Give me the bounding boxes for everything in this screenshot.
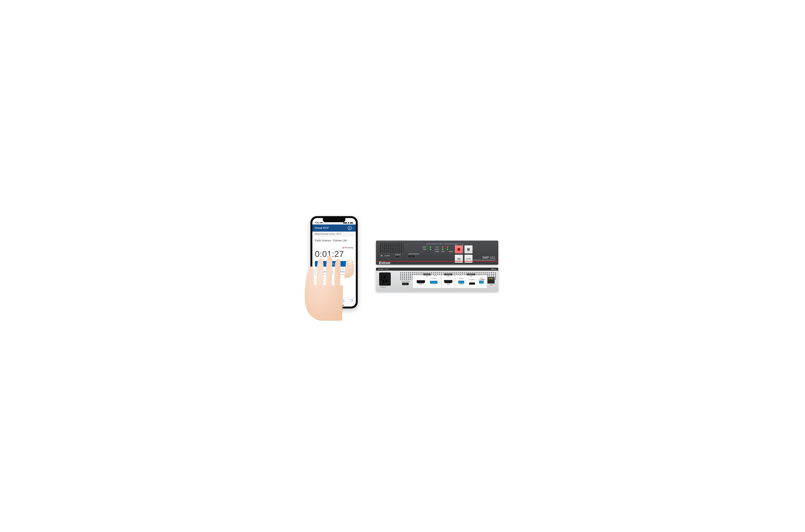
gear-icon xyxy=(381,254,383,257)
hdmi-output-port[interactable] xyxy=(444,280,452,283)
user-menu[interactable]: ⌄ xyxy=(348,226,354,230)
rear-usb-port[interactable] xyxy=(402,283,409,285)
ventilation-front xyxy=(379,243,404,252)
rear-usb-label: USB STORAGE xyxy=(401,281,410,282)
battery-icon: ▮▮▮ xyxy=(350,222,353,224)
brand-logo: Extron xyxy=(379,261,390,265)
signal-icon: ▮▮▮▮ xyxy=(343,222,347,224)
pause-hw-button[interactable] xyxy=(455,255,463,263)
bookmarks-icon[interactable]: ▯▯ xyxy=(341,299,344,303)
accent-line xyxy=(376,261,498,262)
app-header: Virtual RCP ⌄ xyxy=(312,225,356,232)
pause-button[interactable]: PAUSE xyxy=(315,261,353,267)
lan-port[interactable] xyxy=(487,277,495,284)
share-icon[interactable]: ⇪ xyxy=(333,299,335,303)
phone-screen: 9:41 AM ▮▮▮▮ ◉ ▮▮▮ Virtual RCP ⌄ xyxy=(312,218,356,307)
control-port[interactable] xyxy=(469,282,475,285)
clip-led-1 xyxy=(442,246,444,248)
output-block: OUTPUT HDMI xyxy=(441,275,455,288)
recording-status: Recording xyxy=(315,247,353,249)
wifi-icon: ◉ xyxy=(348,222,349,224)
power-rating: 100-240V ～ 0.7A xyxy=(378,268,388,270)
record-dot-icon xyxy=(342,247,344,248)
clip-led-2 xyxy=(447,246,448,248)
phone-frame: 9:41 AM ▮▮▮▮ ◉ ▮▮▮ Virtual RCP ⌄ xyxy=(311,216,358,308)
inputs-block: INPUTS HDMI L LINE R + – AUDIO xyxy=(412,275,442,288)
audio-phoenix-input[interactable] xyxy=(430,281,437,284)
stop-button[interactable] xyxy=(465,245,472,253)
app-title: Virtual RCP xyxy=(315,226,329,230)
tabs-icon[interactable]: ❐ xyxy=(350,299,353,303)
browser-toolbar: 〈 〉 ⇪ ▯▯ ❐ xyxy=(312,297,356,305)
alarm-label: ALARM xyxy=(384,255,390,256)
audio-led-1 xyxy=(442,249,444,250)
hdmi-input-port[interactable] xyxy=(417,280,425,283)
frequency-label: 50-60 Hz xyxy=(381,287,386,288)
reset-button[interactable] xyxy=(483,280,484,282)
alarm-group: ALARM xyxy=(381,254,390,257)
device-stack: ALARM CONFIG USB STORAGE INPUT OUT HDCP … xyxy=(376,241,498,291)
finish-button[interactable]: FINISH xyxy=(335,269,353,274)
status-time: 9:41 AM xyxy=(315,222,323,224)
model-number: SMP 111 xyxy=(473,256,495,260)
usb-a-port[interactable] xyxy=(408,255,415,258)
chevron-down-icon: ⌄ xyxy=(352,227,354,229)
smp111-rear-panel: 100-240V ～ 0.7A SMP 111 50-60 Hz USB STO… xyxy=(376,268,498,291)
config-label: CONFIG xyxy=(395,254,401,255)
rear-model: SMP 111 xyxy=(491,268,497,270)
hdmi-led xyxy=(430,249,431,250)
usb-storage-label: USB STORAGE xyxy=(408,253,419,255)
timer-display: 0:01:27 xyxy=(315,249,353,259)
record-button[interactable] xyxy=(455,245,463,253)
smp111-front-panel: ALARM CONFIG USB STORAGE INPUT OUT HDCP … xyxy=(376,241,498,265)
model-subtitle: STREAMING MEDIA PROCESSOR xyxy=(473,260,495,261)
lesson-title: Earth Science - Estuary Life xyxy=(315,239,353,242)
mark-button[interactable]: MARK xyxy=(315,269,333,274)
phone-notch xyxy=(323,218,345,222)
rs232-port[interactable] xyxy=(458,281,464,284)
reset-led xyxy=(483,283,484,284)
hdcp-led xyxy=(430,246,431,248)
location-bar: Redbud Springs School - B177 xyxy=(312,232,356,236)
phone-in-hand: 9:41 AM ▮▮▮▮ ◉ ▮▮▮ Virtual RCP ⌄ xyxy=(307,216,361,316)
mini-usb-port[interactable] xyxy=(395,256,400,258)
iec-power-inlet[interactable] xyxy=(379,272,391,286)
nav-forward-icon[interactable]: 〉 xyxy=(324,299,327,303)
nav-back-icon[interactable]: 〈 xyxy=(315,299,318,303)
home-indicator[interactable] xyxy=(324,305,344,306)
user-icon xyxy=(348,226,352,230)
mark-hw-button[interactable]: MARK xyxy=(465,255,472,263)
audio-led-2 xyxy=(447,249,448,250)
svg-point-0 xyxy=(349,228,350,228)
